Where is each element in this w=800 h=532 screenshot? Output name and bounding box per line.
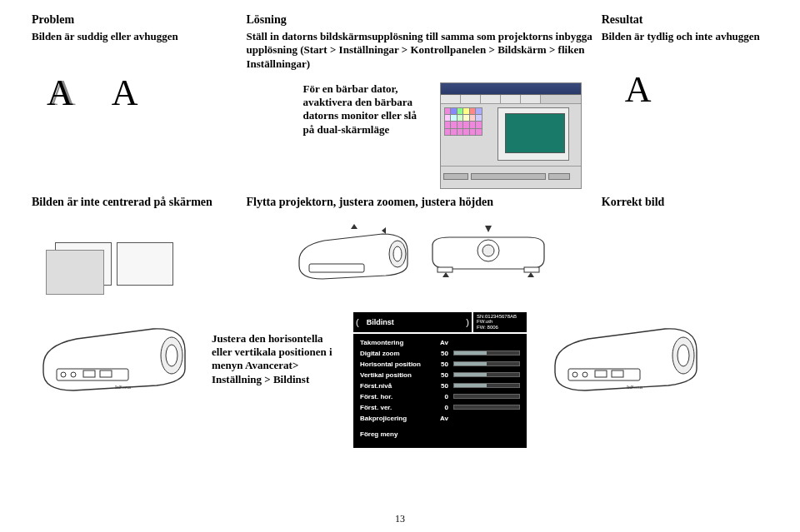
projector-front-icon — [426, 222, 551, 282]
svg-point-1 — [393, 246, 402, 261]
osd-slider — [453, 383, 520, 388]
osd-slider — [453, 372, 520, 377]
svg-rect-2 — [309, 264, 364, 272]
osd-row: Först. ver.0 — [360, 402, 520, 413]
osd-row-value: 50 — [433, 371, 448, 379]
laptop-note: För en bärbar dator, avaktivera den bärb… — [303, 82, 428, 137]
display-properties-dialog — [440, 82, 582, 189]
osd-row: Först.nivå50 — [360, 380, 520, 391]
osd-row-label: Takmontering — [360, 339, 428, 346]
color-palette-icon — [444, 107, 482, 136]
header-solution: Lösning — [245, 12, 600, 28]
osd-slider — [453, 361, 520, 366]
osd-slider — [453, 351, 520, 355]
projector-adjust-illustration — [247, 222, 595, 282]
osd-row-label: Först. ver. — [360, 404, 428, 411]
osd-slider — [453, 394, 520, 399]
osd-row-label: Bakprojicering — [360, 415, 428, 422]
page-number: 13 — [0, 513, 800, 525]
osd-row: TakmonteringAv — [360, 337, 520, 348]
projector-large-right: InFocus — [543, 312, 707, 395]
section2-result: Korrekt bild — [602, 196, 765, 209]
header-problem: Problem — [30, 12, 245, 28]
monitor-icon — [498, 107, 569, 161]
osd-row: Vertikal position50 — [360, 370, 520, 380]
svg-text:InFocus: InFocus — [115, 385, 132, 390]
osd-row-label: Först. hor. — [360, 393, 428, 400]
adjust-position-note: Justera den horisontella eller vertikala… — [212, 332, 337, 386]
section1-problem: Bilden är suddig eller avhuggen — [32, 30, 240, 43]
svg-point-4 — [482, 245, 494, 256]
blurry-a-illustration: A A A — [47, 72, 240, 114]
osd-row: Först. hor.0 — [360, 391, 520, 402]
osd-row-label: Digital zoom — [360, 350, 428, 357]
section1-solution-text: Ställ in datorns bildskärmsupplösning ti… — [247, 30, 595, 71]
osd-arrow-left-icon: ( — [353, 317, 362, 327]
offset-screens-illustration — [55, 242, 240, 286]
projector-large-left: InFocus — [32, 312, 195, 395]
section2-solution: Flytta projektorn, justera zoomen, juste… — [247, 196, 595, 209]
osd-row-value: 0 — [433, 393, 448, 400]
osd-row: Horisontal position50 — [360, 359, 520, 370]
osd-row-value: Av — [433, 339, 448, 346]
osd-row-label: Horisontal position — [360, 360, 428, 368]
osd-arrow-right-icon: ) — [463, 317, 472, 327]
osd-row-value: Av — [433, 415, 448, 422]
projector-icon — [291, 222, 416, 282]
section2-problem: Bilden är inte centrerad på skärmen — [32, 196, 240, 209]
svg-point-16 — [678, 345, 689, 366]
osd-row: Digital zoom50 — [360, 348, 520, 359]
svg-point-8 — [166, 345, 178, 366]
osd-menu: ( Bildinst ) SN:012345678AB FW:oth FW: 8… — [353, 312, 527, 448]
osd-slider — [453, 405, 520, 410]
osd-prev-menu: Föreg meny — [360, 430, 520, 438]
svg-rect-5 — [438, 267, 452, 272]
header-result: Resultat — [600, 12, 770, 28]
osd-row-value: 0 — [433, 404, 448, 411]
osd-row: BakprojiceringAv — [360, 413, 520, 424]
osd-row-value: 50 — [433, 350, 448, 357]
osd-info: SN:012345678AB FW:oth FW: 8006 — [472, 312, 527, 332]
svg-text:InFocus: InFocus — [627, 385, 643, 390]
osd-row-label: Först.nivå — [360, 382, 428, 390]
osd-title: Bildinst — [362, 315, 464, 330]
clear-a-illustration: A — [625, 68, 765, 111]
osd-row-value: 50 — [433, 360, 448, 368]
osd-row-label: Vertikal position — [360, 371, 428, 379]
svg-rect-6 — [524, 267, 539, 272]
section1-result: Bilden är tydlig och inte avhuggen — [602, 30, 765, 43]
osd-row-value: 50 — [433, 382, 448, 390]
